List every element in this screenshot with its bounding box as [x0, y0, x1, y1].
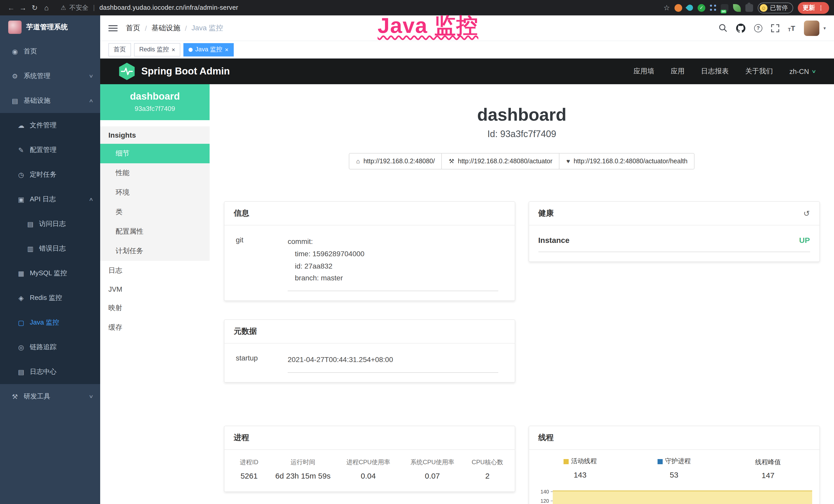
- close-icon[interactable]: ×: [225, 46, 228, 53]
- fullscreen-icon[interactable]: [771, 24, 779, 32]
- breadcrumb-home[interactable]: 首页: [126, 23, 140, 32]
- extension-icon-droplet[interactable]: [685, 3, 694, 12]
- sidebar-item-system[interactable]: ⚙ 系统管理 ∨: [0, 64, 100, 88]
- bookmark-star-icon[interactable]: ☆: [663, 4, 670, 12]
- profile-paused-button[interactable]: ☺ 已暂停: [758, 2, 793, 13]
- browser-toolbar-right: ☆ ✓ on ☺ 已暂停 更新 ⋮: [663, 2, 829, 14]
- sidebar-item-label: Redis 监控: [30, 293, 62, 302]
- extension-icon-dots-grid[interactable]: [710, 5, 716, 11]
- sidebar-item-infrastructure[interactable]: ▤ 基础设施 ∧: [0, 88, 100, 113]
- sidebar-item-label: 研发工具: [24, 392, 50, 401]
- sba-nav-about[interactable]: 关于我们: [745, 67, 773, 76]
- history-icon[interactable]: ↺: [804, 209, 810, 218]
- sba-nav-journal[interactable]: 日志报表: [701, 67, 729, 76]
- navbar-actions: ? TT ▾: [719, 20, 826, 36]
- address-bar[interactable]: ⚠ 不安全 | dashboard.yudao.iocoder.cn/infra…: [61, 3, 238, 12]
- security-warning-icon[interactable]: ⚠: [61, 4, 66, 11]
- sidebar-item-label: Java 监控: [30, 318, 59, 327]
- instance-links: ⌂ http://192.168.0.2:48080/ ⚒ http://192…: [224, 153, 820, 169]
- hamburger-icon[interactable]: [108, 25, 118, 31]
- browser-back-icon[interactable]: ←: [5, 4, 17, 12]
- tab-label: 首页: [113, 45, 126, 54]
- spring-boot-admin-logo[interactable]: [119, 62, 135, 81]
- link-health-url[interactable]: ♥ http://192.168.0.2:48080/actuator/heal…: [559, 153, 695, 169]
- legend-daemon-threads: 守护进程 53: [627, 457, 721, 480]
- instance-selector[interactable]: dashboard 93a3fc7f7409: [100, 84, 210, 120]
- sba-nav-wallboard[interactable]: 应用墙: [633, 67, 654, 76]
- metadata-value: 2021-04-27T00:44:31.254+08:00: [288, 354, 498, 366]
- chevron-down-icon[interactable]: ▾: [824, 25, 826, 30]
- infrastructure-icon: ▤: [10, 97, 20, 105]
- sidebar-item-devtools[interactable]: ⚒ 研发工具 ∨: [0, 384, 100, 409]
- sidebar-item-log-center[interactable]: ▤ 日志中心: [0, 360, 100, 384]
- browser-menu-icon[interactable]: ⋮: [818, 4, 824, 11]
- extension-icon-orange[interactable]: [675, 4, 682, 12]
- menu-item-logs[interactable]: 日志: [100, 261, 210, 280]
- threads-legend: 活动线程 143 守护进程 53 线程峰值: [533, 457, 815, 480]
- menu-section-insights: Insights: [100, 126, 210, 144]
- sidebar-item-config[interactable]: ✎ 配置管理: [0, 138, 100, 162]
- link-actuator-url[interactable]: ⚒ http://192.168.0.2:48080/actuator: [441, 153, 560, 169]
- sba-brand-title: Spring Boot Admin: [141, 66, 230, 77]
- sba-nav-applications[interactable]: 应用: [671, 67, 684, 76]
- metadata-card: 元数据 startup 2021-04-27T00:44:31.254+08:0…: [224, 319, 515, 383]
- browser-forward-icon[interactable]: →: [17, 4, 29, 12]
- breadcrumb-separator: /: [185, 24, 187, 32]
- close-icon[interactable]: ×: [172, 46, 175, 53]
- sidebar-item-java-monitor[interactable]: ▢ Java 监控: [0, 310, 100, 335]
- file-icon: ☁: [17, 121, 26, 129]
- menu-item-environment[interactable]: 环境: [100, 183, 210, 202]
- chevron-down-icon: ∨: [89, 394, 94, 399]
- tab-redis-monitor[interactable]: Redis 监控 ×: [134, 43, 180, 56]
- tab-java-monitor[interactable]: Java 监控 ×: [183, 43, 234, 56]
- menu-item-details[interactable]: 细节: [100, 144, 210, 163]
- menu-item-mappings[interactable]: 映射: [100, 298, 210, 318]
- url-text[interactable]: dashboard.yudao.iocoder.cn/infra/admin-s…: [100, 4, 238, 11]
- sidebar-item-label: 链路追踪: [30, 343, 57, 352]
- sidebar-item-mysql[interactable]: ▦ MySQL 监控: [0, 261, 100, 285]
- legend-live-threads: 活动线程 143: [533, 457, 627, 480]
- menu-item-scheduled-tasks[interactable]: 计划任务: [100, 241, 210, 261]
- sidebar-item-redis[interactable]: ◈ Redis 监控: [0, 285, 100, 310]
- instance-id: 93a3fc7f7409: [105, 105, 204, 112]
- browser-reload-icon[interactable]: ↻: [29, 4, 41, 12]
- menu-item-performance[interactable]: 性能: [100, 163, 210, 183]
- browser-home-icon[interactable]: ⌂: [41, 4, 52, 12]
- sidebar-item-jobs[interactable]: ◷ 定时任务: [0, 162, 100, 187]
- extension-icon-dark-on[interactable]: on: [721, 4, 728, 12]
- language-selector[interactable]: zh-CN ∨: [789, 68, 815, 75]
- menu-item-caches[interactable]: 缓存: [100, 318, 210, 337]
- chevron-up-icon: ∧: [89, 197, 94, 202]
- user-avatar[interactable]: [804, 20, 819, 36]
- extensions-puzzle-icon[interactable]: [745, 4, 753, 12]
- breadcrumb-infrastructure[interactable]: 基础设施: [152, 23, 180, 32]
- process-card: 进程 进程ID 5261 运行时间 6d 23h 15m: [224, 426, 515, 492]
- sidebar-item-access-log[interactable]: ▤ 访问日志: [0, 211, 100, 236]
- sidebar-item-trace[interactable]: ◎ 链路追踪: [0, 335, 100, 360]
- search-icon[interactable]: [719, 24, 727, 32]
- sidebar-item-api-log[interactable]: ▣ API 日志 ∧: [0, 187, 100, 211]
- github-icon[interactable]: [736, 23, 745, 32]
- sidebar-item-home[interactable]: ◉ 首页: [0, 39, 100, 64]
- tab-home[interactable]: 首页: [108, 43, 131, 56]
- threads-chart: 140 120 100: [533, 489, 815, 504]
- wrench-icon: ⚒: [449, 158, 454, 165]
- link-service-url[interactable]: ⌂ http://192.168.0.2:48080/: [349, 153, 442, 169]
- menu-item-classes[interactable]: 类: [100, 202, 210, 222]
- chart-y-axis: 140 120 100: [533, 489, 553, 504]
- menu-item-config-props[interactable]: 配置属性: [100, 222, 210, 241]
- help-icon[interactable]: ?: [754, 24, 762, 32]
- update-label: 更新: [803, 3, 815, 12]
- health-instance-row: Instance UP: [539, 236, 810, 252]
- app-logo[interactable]: 芋道管理系统: [0, 16, 100, 39]
- chevron-down-icon: ∨: [89, 73, 94, 78]
- extension-icon-leaf[interactable]: [733, 4, 741, 12]
- sidebar-item-files[interactable]: ☁ 文件管理: [0, 113, 100, 138]
- menu-item-jvm[interactable]: JVM: [100, 280, 210, 298]
- browser-update-button[interactable]: 更新 ⋮: [797, 2, 829, 14]
- sidebar-item-label: 文件管理: [30, 121, 57, 130]
- security-label: 不安全: [69, 3, 89, 12]
- font-size-icon[interactable]: TT: [788, 24, 795, 32]
- extension-icon-green-check[interactable]: ✓: [698, 4, 705, 12]
- sidebar-item-error-log[interactable]: ▥ 错误日志: [0, 236, 100, 261]
